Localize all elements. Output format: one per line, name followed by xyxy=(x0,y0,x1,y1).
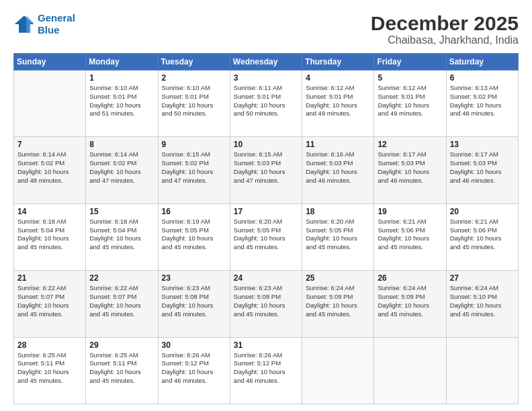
logo-icon xyxy=(13,13,35,35)
day-info: Sunrise: 6:17 AM Sunset: 5:03 PM Dayligh… xyxy=(450,150,515,185)
day-number: 20 xyxy=(450,207,515,216)
table-row: 8Sunrise: 6:14 AM Sunset: 5:02 PM Daylig… xyxy=(86,137,158,203)
table-row: 14Sunrise: 6:18 AM Sunset: 5:04 PM Dayli… xyxy=(14,203,86,270)
day-info: Sunrise: 6:20 AM Sunset: 5:05 PM Dayligh… xyxy=(306,218,370,252)
day-info: Sunrise: 6:17 AM Sunset: 5:03 PM Dayligh… xyxy=(378,150,442,185)
day-info: Sunrise: 6:21 AM Sunset: 5:06 PM Dayligh… xyxy=(450,218,515,252)
day-number: 15 xyxy=(89,207,154,216)
day-number: 8 xyxy=(89,140,154,149)
table-row: 26Sunrise: 6:24 AM Sunset: 5:09 PM Dayli… xyxy=(374,271,446,337)
header-sunday: Sunday xyxy=(14,54,86,71)
day-info: Sunrise: 6:25 AM Sunset: 5:11 PM Dayligh… xyxy=(17,351,82,385)
day-info: Sunrise: 6:15 AM Sunset: 5:03 PM Dayligh… xyxy=(234,150,298,185)
day-info: Sunrise: 6:26 AM Sunset: 5:12 PM Dayligh… xyxy=(162,351,226,385)
table-row: 25Sunrise: 6:24 AM Sunset: 5:09 PM Dayli… xyxy=(302,271,374,337)
day-number: 3 xyxy=(234,73,298,83)
table-row: 19Sunrise: 6:21 AM Sunset: 5:06 PM Dayli… xyxy=(374,203,446,270)
table-row: 9Sunrise: 6:15 AM Sunset: 5:02 PM Daylig… xyxy=(158,137,230,203)
calendar-body: 1Sunrise: 6:10 AM Sunset: 5:01 PM Daylig… xyxy=(14,71,519,404)
day-number: 14 xyxy=(17,207,82,216)
calendar-week-row: 28Sunrise: 6:25 AM Sunset: 5:11 PM Dayli… xyxy=(14,337,519,404)
day-info: Sunrise: 6:23 AM Sunset: 5:08 PM Dayligh… xyxy=(162,284,226,318)
day-info: Sunrise: 6:14 AM Sunset: 5:02 PM Dayligh… xyxy=(89,150,154,185)
table-row: 6Sunrise: 6:13 AM Sunset: 5:02 PM Daylig… xyxy=(446,71,518,137)
day-number: 17 xyxy=(234,207,298,216)
day-number: 10 xyxy=(234,140,298,149)
table-row: 17Sunrise: 6:20 AM Sunset: 5:05 PM Dayli… xyxy=(230,203,302,270)
day-info: Sunrise: 6:14 AM Sunset: 5:02 PM Dayligh… xyxy=(17,150,82,185)
calendar-title: December 2025 xyxy=(371,12,519,34)
day-number: 4 xyxy=(306,73,370,83)
calendar-week-row: 7Sunrise: 6:14 AM Sunset: 5:02 PM Daylig… xyxy=(14,137,519,203)
table-row: 30Sunrise: 6:26 AM Sunset: 5:12 PM Dayli… xyxy=(158,337,230,404)
header-thursday: Thursday xyxy=(302,54,374,71)
day-info: Sunrise: 6:24 AM Sunset: 5:09 PM Dayligh… xyxy=(378,284,442,318)
header-saturday: Saturday xyxy=(446,54,518,71)
day-number: 13 xyxy=(450,140,515,149)
day-number: 11 xyxy=(306,140,370,149)
table-row: 29Sunrise: 6:25 AM Sunset: 5:11 PM Dayli… xyxy=(86,337,158,404)
table-row xyxy=(302,337,374,404)
day-number: 24 xyxy=(234,273,298,283)
table-row: 21Sunrise: 6:22 AM Sunset: 5:07 PM Dayli… xyxy=(14,271,86,337)
header-wednesday: Wednesday xyxy=(230,54,302,71)
table-row: 7Sunrise: 6:14 AM Sunset: 5:02 PM Daylig… xyxy=(14,137,86,203)
table-row: 15Sunrise: 6:18 AM Sunset: 5:04 PM Dayli… xyxy=(86,203,158,270)
day-number: 9 xyxy=(162,140,226,149)
day-number: 7 xyxy=(17,140,82,149)
title-block: December 2025 Chaibasa, Jharkhand, India xyxy=(371,12,519,46)
day-info: Sunrise: 6:19 AM Sunset: 5:05 PM Dayligh… xyxy=(162,218,226,252)
day-number: 2 xyxy=(162,73,226,83)
day-number: 21 xyxy=(17,273,82,283)
day-info: Sunrise: 6:24 AM Sunset: 5:09 PM Dayligh… xyxy=(306,284,370,318)
day-info: Sunrise: 6:25 AM Sunset: 5:11 PM Dayligh… xyxy=(89,351,154,385)
table-row: 12Sunrise: 6:17 AM Sunset: 5:03 PM Dayli… xyxy=(374,137,446,203)
page: General Blue December 2025 Chaibasa, Jha… xyxy=(0,0,532,411)
table-row: 2Sunrise: 6:10 AM Sunset: 5:01 PM Daylig… xyxy=(158,71,230,137)
table-row: 10Sunrise: 6:15 AM Sunset: 5:03 PM Dayli… xyxy=(230,137,302,203)
table-row: 11Sunrise: 6:16 AM Sunset: 5:03 PM Dayli… xyxy=(302,137,374,203)
day-info: Sunrise: 6:22 AM Sunset: 5:07 PM Dayligh… xyxy=(17,284,82,318)
table-row: 28Sunrise: 6:25 AM Sunset: 5:11 PM Dayli… xyxy=(14,337,86,404)
table-row: 27Sunrise: 6:24 AM Sunset: 5:10 PM Dayli… xyxy=(446,271,518,337)
table-row: 23Sunrise: 6:23 AM Sunset: 5:08 PM Dayli… xyxy=(158,271,230,337)
table-row xyxy=(14,71,86,137)
table-row xyxy=(374,337,446,404)
header-monday: Monday xyxy=(86,54,158,71)
header: General Blue December 2025 Chaibasa, Jha… xyxy=(13,12,519,46)
logo-text: General Blue xyxy=(38,12,75,36)
day-info: Sunrise: 6:12 AM Sunset: 5:01 PM Dayligh… xyxy=(306,84,370,118)
day-info: Sunrise: 6:15 AM Sunset: 5:02 PM Dayligh… xyxy=(162,150,226,185)
table-row xyxy=(446,337,518,404)
day-info: Sunrise: 6:26 AM Sunset: 5:12 PM Dayligh… xyxy=(234,351,298,385)
weekday-header-row: Sunday Monday Tuesday Wednesday Thursday… xyxy=(14,54,519,71)
calendar-table: Sunday Monday Tuesday Wednesday Thursday… xyxy=(13,53,519,404)
day-info: Sunrise: 6:13 AM Sunset: 5:02 PM Dayligh… xyxy=(450,84,515,118)
day-number: 25 xyxy=(306,273,370,283)
day-number: 28 xyxy=(17,340,82,350)
day-number: 22 xyxy=(89,273,154,283)
day-info: Sunrise: 6:10 AM Sunset: 5:01 PM Dayligh… xyxy=(89,84,154,118)
day-number: 29 xyxy=(89,340,154,350)
day-number: 18 xyxy=(306,207,370,216)
day-info: Sunrise: 6:12 AM Sunset: 5:01 PM Dayligh… xyxy=(378,84,442,118)
table-row: 24Sunrise: 6:23 AM Sunset: 5:08 PM Dayli… xyxy=(230,271,302,337)
logo: General Blue xyxy=(13,12,75,36)
day-number: 31 xyxy=(234,340,298,350)
table-row: 13Sunrise: 6:17 AM Sunset: 5:03 PM Dayli… xyxy=(446,137,518,203)
day-number: 27 xyxy=(450,273,515,283)
table-row: 5Sunrise: 6:12 AM Sunset: 5:01 PM Daylig… xyxy=(374,71,446,137)
header-friday: Friday xyxy=(374,54,446,71)
table-row: 18Sunrise: 6:20 AM Sunset: 5:05 PM Dayli… xyxy=(302,203,374,270)
day-number: 1 xyxy=(89,73,154,83)
day-number: 12 xyxy=(378,140,442,149)
calendar-week-row: 21Sunrise: 6:22 AM Sunset: 5:07 PM Dayli… xyxy=(14,271,519,337)
calendar-subtitle: Chaibasa, Jharkhand, India xyxy=(371,34,519,46)
day-info: Sunrise: 6:23 AM Sunset: 5:08 PM Dayligh… xyxy=(234,284,298,318)
day-info: Sunrise: 6:21 AM Sunset: 5:06 PM Dayligh… xyxy=(378,218,442,252)
table-row: 4Sunrise: 6:12 AM Sunset: 5:01 PM Daylig… xyxy=(302,71,374,137)
table-row: 3Sunrise: 6:11 AM Sunset: 5:01 PM Daylig… xyxy=(230,71,302,137)
table-row: 1Sunrise: 6:10 AM Sunset: 5:01 PM Daylig… xyxy=(86,71,158,137)
day-number: 30 xyxy=(162,340,226,350)
table-row: 16Sunrise: 6:19 AM Sunset: 5:05 PM Dayli… xyxy=(158,203,230,270)
